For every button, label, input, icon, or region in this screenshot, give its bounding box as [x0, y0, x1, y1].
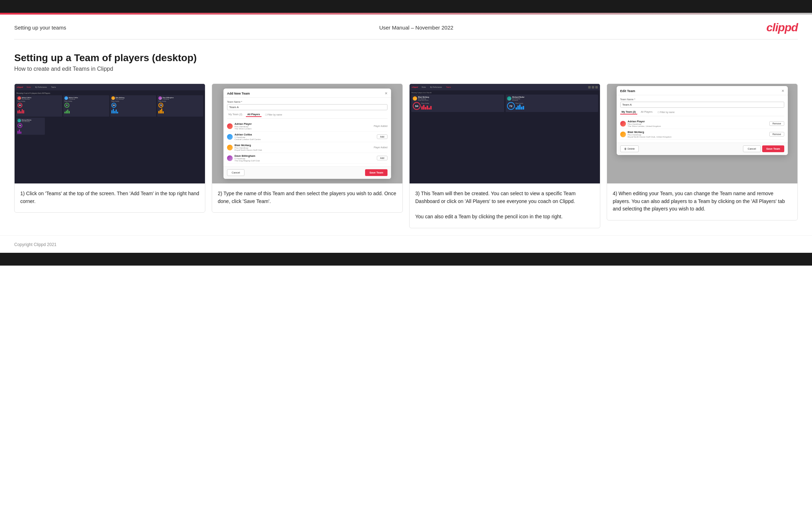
ss1-nav-teams2: Teams [50, 86, 57, 89]
card-3: clippd Home My Performance Teams [409, 84, 600, 228]
ss1-nav-teams: My Performance [34, 86, 48, 89]
footer: Copyright Clippd 2021 [0, 235, 812, 253]
player1-name: Adrian Player [234, 122, 252, 126]
card-4: Edit Team ✕ Team Name * My Team (2) All … [607, 84, 798, 220]
header-left-text: Setting up your teams [14, 25, 66, 31]
player1-detail2: The Shire London [234, 128, 252, 130]
player3-name: Blair McHarg [234, 144, 262, 147]
card-1: clippd Home My Performance Teams Showing… [14, 84, 205, 213]
player3-status: Player Added [374, 146, 387, 149]
modal2-player-row: Adrian Player Plus Handicap The Shire Lo… [227, 121, 387, 132]
player2-add-button[interactable]: Add [377, 134, 387, 139]
card-1-text: 1) Click on 'Teams' at the top of the sc… [15, 183, 205, 212]
player4-add-button[interactable]: Add [377, 156, 387, 160]
player4-name: Dave Billingham [234, 154, 260, 158]
modal4-player-row-1: Adrian Player Plus Handicap The Shire Lo… [620, 118, 785, 129]
modal2-save-team-button[interactable]: Save Team [365, 169, 387, 176]
modal4-player-row-2: Blair McHarg Plus Handicap Royal North D… [620, 129, 785, 140]
player2-detail2: Central London Golf Centre [234, 138, 260, 140]
modal4-title: Edit Team [620, 89, 635, 93]
card-2-text: 2) Type the name of this Team and then s… [212, 183, 402, 212]
ss3-logo: clippd [412, 86, 418, 88]
modal4-cancel-button[interactable]: Cancel [743, 145, 760, 152]
card-1-screenshot: clippd Home My Performance Teams Showing… [15, 84, 205, 183]
card-4-screenshot: Edit Team ✕ Team Name * My Team (2) All … [607, 84, 797, 183]
modal4-footer: 🗑 Delete Cancel Save Team [617, 143, 788, 155]
ss1-nav-home: Home [25, 86, 32, 89]
modal2-player-row: Blair McHarg Plus Handicap Royal North D… [227, 142, 387, 153]
ss3-nav-teams: Teams [445, 86, 452, 89]
modal2-tab-allplayers[interactable]: All Players [246, 112, 262, 117]
cards-row: clippd Home My Performance Teams Showing… [14, 84, 798, 228]
top-bar [0, 0, 812, 13]
header-center-text: User Manual – November 2022 [379, 25, 453, 31]
modal4-tab-filter[interactable]: ☐ Filter by name [656, 110, 676, 114]
modal4-delete-button[interactable]: 🗑 Delete [620, 145, 639, 152]
bottom-bar [0, 253, 812, 266]
modal4-header: Edit Team ✕ [617, 86, 788, 95]
modal4-team-name-input[interactable] [620, 102, 785, 108]
modal4-player2-name: Blair McHarg [628, 130, 671, 134]
card-2-screenshot: Add New Team ✕ Team Name * My Team (2) A… [212, 84, 402, 183]
footer-copyright: Copyright Clippd 2021 [14, 242, 57, 247]
modal4-player1-name: Adrian Player [628, 120, 661, 123]
ss1-logo: clippd [17, 86, 23, 88]
modal2-header: Add New Team ✕ [223, 89, 391, 98]
modal2-tab-myteam[interactable]: My Team (2) [227, 112, 244, 117]
page-subtitle: How to create and edit Teams in Clippd [14, 66, 798, 72]
modal4-player-list: Adrian Player Plus Handicap The Shire Lo… [620, 118, 785, 140]
header-logo: clippd [766, 21, 798, 34]
modal4-save-team-button[interactable]: Save Team [762, 145, 785, 152]
modal4-close-icon[interactable]: ✕ [781, 89, 784, 93]
player1-status: Player Added [374, 125, 387, 127]
modal2-team-name-input[interactable] [227, 104, 387, 110]
modal2-close-icon[interactable]: ✕ [385, 91, 387, 95]
modal2-tabs: My Team (2) All Players ☐ Filter by name [227, 112, 387, 119]
modal4-player2-remove-button[interactable]: Remove [769, 132, 784, 137]
modal2-player-row: Adrian Coliba 1 Handicap Central London … [227, 132, 387, 142]
modal4-tab-allplayers[interactable]: All Players [639, 110, 654, 114]
player3-detail2: Royal North Devon Golf Club [234, 149, 262, 151]
modal2-cancel-button[interactable]: Cancel [227, 169, 244, 176]
ss3-nav-home: Home [420, 86, 427, 89]
modal4-tab-myteam[interactable]: My Team (2) [620, 110, 637, 114]
modal4-tabs: My Team (2) All Players ☐ Filter by name [620, 110, 785, 116]
modal4-player1-detail2: The Shire London, United Kingdom [628, 125, 661, 127]
card-2: Add New Team ✕ Team Name * My Team (2) A… [212, 84, 403, 213]
modal2-player-list: Adrian Player Plus Handicap The Shire Lo… [227, 121, 387, 164]
card-3-text: 3) This Team will then be created. You c… [410, 183, 600, 228]
modal2-team-name-label: Team Name * [227, 101, 387, 103]
modal4-player2-detail2: Royal North Devon Golf Club, United King… [628, 136, 671, 138]
card-3-screenshot: clippd Home My Performance Teams [410, 84, 600, 183]
modal2-tab-filter[interactable]: ☐ Filter by name [264, 112, 284, 117]
page-title: Setting up a Team of players (desktop) [14, 52, 798, 64]
header: Setting up your teams User Manual – Nove… [0, 15, 812, 39]
main-content: Setting up a Team of players (desktop) H… [0, 39, 812, 235]
modal4-team-name-label: Team Name * [620, 98, 785, 101]
card-4-text: 4) When editing your Team, you can chang… [607, 183, 797, 220]
ss3-nav-perf: My Performance [429, 86, 443, 89]
player4-detail2: The Dog Maging Golf Club [234, 160, 260, 162]
trash-icon: 🗑 [624, 148, 627, 150]
player2-name: Adrian Coliba [234, 133, 260, 136]
modal2-footer: Cancel Save Team [223, 166, 391, 179]
modal2-title: Add New Team [227, 92, 250, 95]
modal4-player1-remove-button[interactable]: Remove [769, 121, 784, 126]
modal2-player-row: Dave Billingham 5 Handicap The Dog Magin… [227, 153, 387, 164]
